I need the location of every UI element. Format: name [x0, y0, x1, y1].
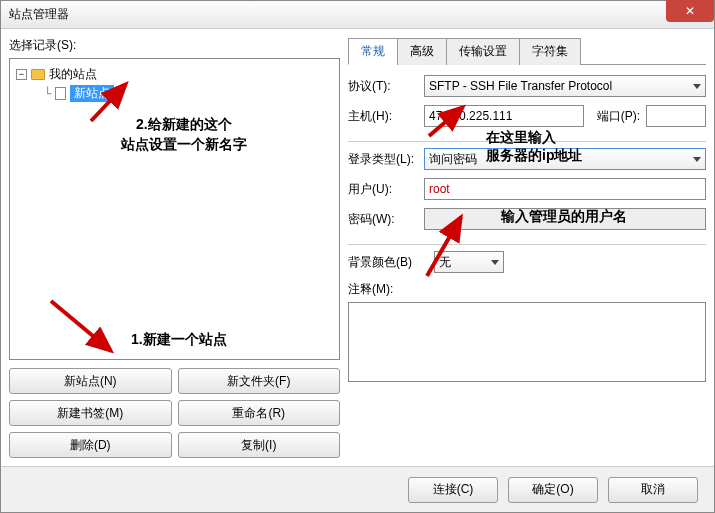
- tree-branch-icon: └: [44, 87, 51, 101]
- window-title: 站点管理器: [9, 6, 706, 23]
- protocol-select[interactable]: SFTP - SSH File Transfer Protocol: [424, 75, 706, 97]
- comment-label: 注释(M):: [348, 281, 706, 298]
- dialog-buttons: 连接(C) 确定(O) 取消: [1, 466, 714, 512]
- site-manager-window: 站点管理器 ✕ 选择记录(S): − 我的站点 └ 新站点 新站点(: [0, 0, 715, 513]
- bgcolor-label: 背景颜色(B): [348, 254, 428, 271]
- new-folder-button[interactable]: 新文件夹(F): [178, 368, 341, 394]
- tab-transfer[interactable]: 传输设置: [446, 38, 520, 65]
- divider: [348, 244, 706, 245]
- titlebar: 站点管理器 ✕: [1, 1, 714, 29]
- password-input[interactable]: [424, 208, 706, 230]
- port-label: 端口(P):: [590, 108, 640, 125]
- collapse-icon[interactable]: −: [16, 69, 27, 80]
- tab-general[interactable]: 常规: [348, 38, 398, 65]
- left-panel: 选择记录(S): − 我的站点 └ 新站点 新站点(N) 新文件夹(F) 新建书…: [9, 37, 340, 458]
- connect-button[interactable]: 连接(C): [408, 477, 498, 503]
- site-buttons: 新站点(N) 新文件夹(F) 新建书签(M) 重命名(R) 删除(D) 复制(I…: [9, 368, 340, 458]
- tree-item-row[interactable]: └ 新站点: [16, 84, 333, 103]
- site-tree[interactable]: − 我的站点 └ 新站点: [9, 58, 340, 360]
- logon-type-select[interactable]: 询问密码: [424, 148, 706, 170]
- site-icon: [55, 87, 66, 100]
- rename-button[interactable]: 重命名(R): [178, 400, 341, 426]
- user-label: 用户(U):: [348, 181, 418, 198]
- chevron-down-icon: [693, 84, 701, 89]
- delete-button[interactable]: 删除(D): [9, 432, 172, 458]
- host-label: 主机(H):: [348, 108, 418, 125]
- tree-item-label: 新站点: [70, 85, 114, 102]
- right-panel: 常规 高级 传输设置 字符集 协议(T): SFTP - SSH File Tr…: [348, 37, 706, 458]
- select-entry-label: 选择记录(S):: [9, 37, 340, 54]
- tabs: 常规 高级 传输设置 字符集: [348, 37, 706, 65]
- close-icon: ✕: [685, 4, 695, 18]
- divider: [348, 141, 706, 142]
- tab-advanced[interactable]: 高级: [397, 38, 447, 65]
- chevron-down-icon: [491, 260, 499, 265]
- new-site-button[interactable]: 新站点(N): [9, 368, 172, 394]
- copy-button[interactable]: 复制(I): [178, 432, 341, 458]
- tab-charset[interactable]: 字符集: [519, 38, 581, 65]
- protocol-value: SFTP - SSH File Transfer Protocol: [429, 79, 612, 93]
- tree-root-row[interactable]: − 我的站点: [16, 65, 333, 84]
- password-label: 密码(W):: [348, 211, 418, 228]
- protocol-label: 协议(T):: [348, 78, 418, 95]
- port-input[interactable]: [646, 105, 706, 127]
- cancel-button[interactable]: 取消: [608, 477, 698, 503]
- bgcolor-value: 无: [439, 254, 451, 271]
- user-input[interactable]: [424, 178, 706, 200]
- new-bookmark-button[interactable]: 新建书签(M): [9, 400, 172, 426]
- host-input[interactable]: [424, 105, 584, 127]
- folder-icon: [31, 69, 45, 80]
- tree-root-label: 我的站点: [49, 66, 97, 83]
- ok-button[interactable]: 确定(O): [508, 477, 598, 503]
- chevron-down-icon: [693, 157, 701, 162]
- comment-textarea[interactable]: [348, 302, 706, 382]
- close-button[interactable]: ✕: [666, 0, 714, 22]
- bgcolor-select[interactable]: 无: [434, 251, 504, 273]
- logon-type-value: 询问密码: [429, 151, 477, 168]
- logon-type-label: 登录类型(L):: [348, 151, 418, 168]
